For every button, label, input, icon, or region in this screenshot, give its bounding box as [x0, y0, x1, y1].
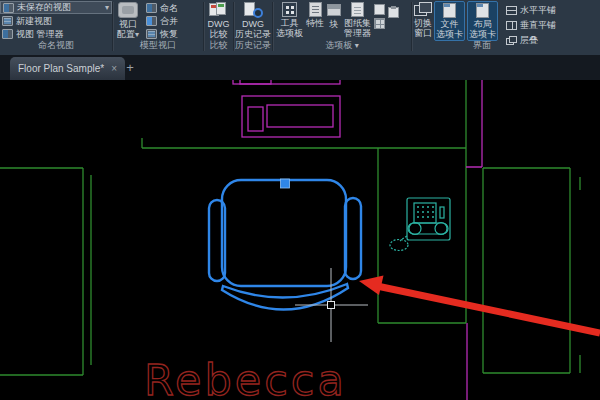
- annotation-arrow: [359, 276, 600, 334]
- viewport-restore-icon: [146, 29, 157, 39]
- tile-vertically-button[interactable]: 垂直平铺: [504, 19, 558, 31]
- file-tab-bar: Floor Plan Sample* × +: [0, 55, 600, 80]
- close-tab-icon[interactable]: ×: [111, 63, 117, 74]
- chair-entity[interactable]: [209, 180, 361, 310]
- tool-palettes-button[interactable]: 工具 选项板: [276, 1, 303, 38]
- viewport-named-icon: [146, 3, 157, 13]
- clipboard-icon[interactable]: [388, 7, 399, 18]
- panel-title-interface: 界面: [442, 39, 522, 52]
- layout-tabs-toggle[interactable]: 布局 选项卡: [467, 1, 498, 41]
- viewport-named-button[interactable]: 命名: [144, 2, 180, 14]
- new-view-icon: [2, 16, 13, 26]
- viewport-config-button[interactable]: 视口 配置▾: [117, 1, 139, 39]
- view-icon: [3, 3, 14, 13]
- room-name-text[interactable]: Rebecca: [144, 355, 347, 400]
- properties-icon: [309, 2, 322, 17]
- switch-windows-icon: [414, 2, 432, 17]
- keypad-dots: [417, 206, 434, 218]
- telephone-symbol[interactable]: [390, 198, 450, 251]
- sheet-set-manager-button[interactable]: 图纸集 管理器: [344, 1, 371, 38]
- panel-title-history: 历史记录: [234, 39, 272, 52]
- switch-windows-button[interactable]: 切换 窗口: [414, 1, 432, 38]
- new-view-button[interactable]: 新建视图: [0, 15, 112, 27]
- file-tabs-icon: [443, 3, 456, 18]
- panel-palettes: 工具 选项板 特性 块 图纸集: [273, 0, 411, 54]
- tab-label: Floor Plan Sample*: [18, 63, 104, 74]
- panel-title-named-views: 命名视图: [0, 39, 112, 52]
- layout-tabs-icon: [476, 3, 489, 18]
- drawing-svg: Rebecca: [0, 80, 600, 400]
- panel-model-viewports: 视口 配置▾ 命名 合并 恢复: [113, 0, 203, 54]
- block-button[interactable]: 块: [327, 1, 341, 29]
- dwg-compare-button[interactable]: DWG 比较: [208, 1, 230, 39]
- chevron-down-icon: ▾: [135, 30, 139, 39]
- dwg-history-icon: [243, 2, 263, 18]
- dwg-compare-icon: [209, 2, 229, 18]
- properties-button[interactable]: 特性: [306, 1, 324, 28]
- sheet-set-manager-icon: [351, 2, 364, 17]
- tile-vertical-icon: [506, 21, 517, 30]
- panel-title-compare: 比较: [204, 39, 233, 52]
- pages-icon[interactable]: [374, 4, 385, 15]
- tab-floor-plan-sample[interactable]: Floor Plan Sample* ×: [10, 57, 125, 80]
- panel-title-palettes: 选项板 ▾: [273, 39, 411, 52]
- view-dropdown[interactable]: 未保存的视图 ▾: [0, 1, 112, 14]
- panel-named-views: 未保存的视图 ▾ 新建视图 视图 管理器 命名视图: [0, 0, 112, 54]
- chevron-down-icon: ▾: [355, 41, 359, 50]
- file-tabs-toggle[interactable]: 文件 选项卡: [434, 1, 465, 41]
- selection-grip[interactable]: [281, 179, 290, 188]
- block-icon: [327, 4, 341, 16]
- tile-horizontally-button[interactable]: 水平平铺: [504, 4, 558, 16]
- view-manager-icon: [2, 29, 13, 39]
- count-grid-icon[interactable]: [374, 18, 385, 29]
- ribbon: 未保存的视图 ▾ 新建视图 视图 管理器 命名视图 视口: [0, 0, 600, 56]
- viewport-config-icon: [118, 2, 138, 18]
- viewport-join-button[interactable]: 合并: [144, 15, 180, 27]
- panel-history: DWG 历史记录 历史记录: [234, 0, 272, 54]
- drawing-canvas[interactable]: Rebecca: [0, 80, 600, 400]
- tile-horizontal-icon: [506, 6, 517, 15]
- dwg-history-button[interactable]: DWG 历史记录: [235, 1, 271, 39]
- autocad-window: 未保存的视图 ▾ 新建视图 视图 管理器 命名视图 视口: [0, 0, 600, 400]
- new-tab-button[interactable]: +: [122, 60, 138, 76]
- panel-compare: DWG 比较 比较: [204, 0, 233, 54]
- panel-title-model-viewports: 模型视口: [113, 39, 203, 52]
- wall-lines-green[interactable]: [0, 80, 580, 375]
- tool-palettes-icon: [282, 2, 297, 17]
- panel-interface: 切换 窗口 文件 选项卡 布局 选项卡 水平平铺: [412, 0, 600, 54]
- viewport-join-icon: [146, 16, 157, 26]
- chevron-down-icon: ▾: [105, 4, 109, 12]
